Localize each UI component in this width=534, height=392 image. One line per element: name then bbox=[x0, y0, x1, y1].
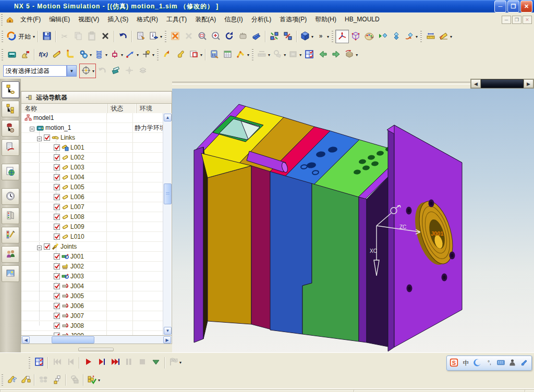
doc-minimize-button[interactable]: ─ bbox=[502, 16, 511, 24]
animation-export-button[interactable]: ▾ bbox=[403, 30, 419, 43]
scroll-down-icon[interactable]: ▼ bbox=[164, 327, 172, 335]
view-scroll-left-icon[interactable]: ◀ bbox=[471, 79, 481, 88]
tree-item-J002[interactable]: J002 bbox=[21, 262, 166, 272]
snap-point-button[interactable] bbox=[109, 64, 123, 78]
next-step-button[interactable] bbox=[330, 48, 343, 62]
validate-blocks-button[interactable]: ▾ bbox=[86, 373, 101, 387]
tree-item-Links[interactable]: Links bbox=[21, 133, 166, 143]
paste-button[interactable] bbox=[85, 30, 99, 43]
zoom-in-out-button[interactable] bbox=[209, 30, 223, 43]
checkbox-checked[interactable] bbox=[54, 303, 60, 309]
tree-item-J007[interactable]: J007 bbox=[21, 311, 166, 321]
visualization-button[interactable] bbox=[2, 227, 19, 243]
toolbar-grip[interactable] bbox=[157, 49, 159, 60]
tree-item-L004[interactable]: L004 bbox=[21, 173, 166, 182]
checkbox-checked[interactable] bbox=[54, 234, 60, 240]
interference-check-button[interactable]: ▾ bbox=[287, 48, 302, 62]
tree-item-L005[interactable]: L005 bbox=[21, 182, 166, 192]
tree-item-model1[interactable]: model1 bbox=[21, 113, 166, 123]
scroll-thumb[interactable] bbox=[164, 183, 172, 204]
selection-filter-combo[interactable]: 没有选择过滤器 ▼ bbox=[3, 65, 77, 77]
sogou-logo[interactable]: S bbox=[450, 358, 458, 369]
rotate-view-button[interactable] bbox=[223, 30, 236, 43]
tree-item-J006[interactable]: J006 bbox=[21, 301, 166, 311]
spring-button[interactable]: ▾ bbox=[93, 48, 108, 62]
reset-selection-button[interactable] bbox=[95, 64, 109, 78]
expander-icon[interactable] bbox=[30, 126, 34, 130]
nx-start-button[interactable]: 开始▾ bbox=[5, 30, 36, 43]
force-button[interactable]: ▾ bbox=[124, 48, 140, 62]
tree-item-J005[interactable]: J005 bbox=[21, 291, 166, 301]
undo-button[interactable] bbox=[116, 30, 130, 43]
view-scroll-right-icon[interactable]: ▶ bbox=[524, 79, 533, 88]
save-button[interactable] bbox=[40, 30, 54, 43]
checkbox-checked[interactable] bbox=[54, 253, 60, 260]
edit-object-display-button[interactable] bbox=[362, 30, 376, 43]
tracker-button[interactable]: ▾ bbox=[271, 48, 287, 62]
column-header-名称[interactable]: 名称 bbox=[21, 104, 107, 113]
column-header-环境[interactable]: 环境 bbox=[137, 104, 172, 113]
checkbox-checked[interactable] bbox=[54, 313, 60, 319]
graphics-viewport[interactable]: ZCXCJ001 ◀ ▶ bbox=[172, 79, 534, 352]
checkbox-checked[interactable] bbox=[54, 174, 60, 180]
gear-pair-button[interactable]: ▾ bbox=[77, 48, 93, 62]
part-navigator-button[interactable] bbox=[2, 139, 19, 156]
ime-skin[interactable] bbox=[508, 358, 517, 369]
mold-assembly-model[interactable]: ZCXCJ001 bbox=[172, 79, 534, 352]
ime-full-half[interactable] bbox=[473, 358, 482, 369]
constraint-navigator-button[interactable] bbox=[2, 120, 19, 137]
fit-view-button[interactable] bbox=[168, 30, 182, 43]
doc-close-button[interactable]: ✕ bbox=[523, 16, 532, 24]
mechanism-convert-button[interactable]: ▾ bbox=[235, 48, 250, 62]
point-filter-button[interactable] bbox=[123, 64, 136, 78]
checkbox-checked[interactable] bbox=[44, 243, 50, 250]
animation-play-button[interactable] bbox=[376, 30, 390, 43]
checkbox-checked[interactable] bbox=[54, 263, 60, 270]
export-animation-button[interactable] bbox=[149, 356, 163, 370]
function-manager-button[interactable]: f(x) bbox=[37, 48, 50, 62]
measure-bodies-button[interactable] bbox=[37, 373, 50, 387]
roles-button[interactable] bbox=[2, 246, 19, 263]
marker-button[interactable]: ▾ bbox=[140, 48, 155, 62]
link-check-button[interactable] bbox=[19, 48, 32, 62]
link-create-button[interactable] bbox=[50, 48, 64, 62]
web-browser-button[interactable] bbox=[2, 164, 19, 180]
motion-navigator-button[interactable] bbox=[2, 81, 19, 98]
scroll-left-icon[interactable]: ◀ bbox=[22, 336, 30, 344]
checkbox-checked[interactable] bbox=[54, 273, 60, 279]
expander-icon[interactable] bbox=[37, 136, 42, 140]
tree-vertical-scrollbar[interactable]: ▲ ▼ bbox=[163, 113, 171, 335]
menu-分析L[interactable]: 分析(L) bbox=[247, 14, 276, 24]
tree-item-L003[interactable]: L003 bbox=[21, 163, 166, 173]
csys-triad-button[interactable] bbox=[335, 30, 349, 43]
playback-mode-button[interactable] bbox=[32, 356, 46, 370]
close-button[interactable]: ✕ bbox=[520, 1, 532, 13]
ime-chinese-mode[interactable]: 中 bbox=[462, 358, 470, 369]
pause-button[interactable] bbox=[122, 356, 136, 370]
minimize-button[interactable]: ─ bbox=[494, 1, 506, 13]
solution-create-button[interactable] bbox=[208, 48, 221, 62]
menu-信息I[interactable]: 信息(I) bbox=[220, 14, 247, 24]
animation-frames-button[interactable] bbox=[390, 30, 403, 43]
perspective-view-button[interactable] bbox=[250, 30, 263, 43]
explode-assembly-button[interactable] bbox=[268, 30, 281, 43]
pan-view-button[interactable] bbox=[236, 30, 250, 43]
menu-格式R[interactable]: 格式(R) bbox=[132, 14, 162, 24]
checkbox-checked[interactable] bbox=[54, 204, 60, 210]
menu-文件F[interactable]: 文件(F) bbox=[16, 14, 45, 24]
menu-首选项P[interactable]: 首选项(P) bbox=[275, 14, 311, 24]
wireframe-display-button[interactable] bbox=[349, 30, 362, 43]
checkbox-checked[interactable] bbox=[54, 154, 60, 161]
toolbar-grip[interactable] bbox=[420, 31, 422, 42]
checkbox-checked[interactable] bbox=[54, 323, 60, 329]
menu-插入S[interactable]: 插入(S) bbox=[103, 14, 132, 24]
delete-button[interactable] bbox=[99, 30, 112, 43]
expander-icon[interactable] bbox=[37, 244, 42, 249]
fit-selection-button[interactable] bbox=[182, 30, 196, 43]
palettes-button[interactable] bbox=[2, 207, 19, 224]
tree-item-L001[interactable]: L001 bbox=[21, 143, 166, 153]
copy-button[interactable] bbox=[71, 30, 85, 43]
ime-punctuation[interactable]: °, bbox=[485, 358, 494, 369]
tree-horizontal-scrollbar[interactable]: ◀ ▶ bbox=[21, 336, 172, 344]
checkbox-checked[interactable] bbox=[54, 184, 60, 190]
